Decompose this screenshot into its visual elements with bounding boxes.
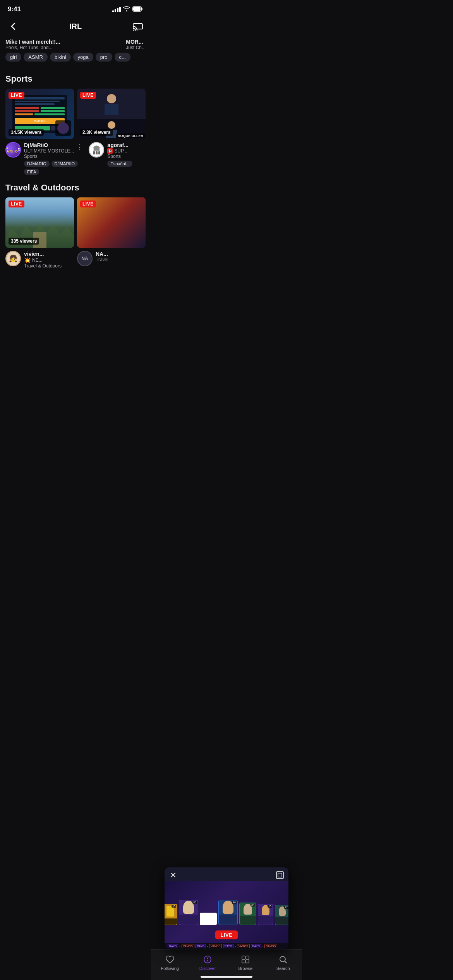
tag-c[interactable]: c... (115, 53, 130, 62)
channel-name-vivien-container: vivien... 💥 NE... Travel & Outdoors (24, 251, 62, 269)
agoraf-icon-row: ⚽ SÚP... (107, 148, 128, 154)
channel-text-djmariio: DjMaRiiO ULTIMATE MOSTOLE... Sports ⋮ DJ… (24, 142, 86, 175)
dj-avatar-inner: DJMARiiO (5, 143, 18, 157)
sports-live-badge-2: LIVE (80, 92, 96, 99)
channel-category-vivien: Travel & Outdoors (24, 263, 62, 269)
channel-item-djmariio: DJMARiiO DjMaRiiO ULTIMATE MOSTOLE... Sp… (5, 142, 86, 175)
page-title: IRL (69, 22, 82, 31)
tag-girl[interactable]: girl (5, 53, 21, 62)
channel-tags-djmariio: DJMARIO DJMARIIO FIFA (24, 161, 86, 175)
channel-tags-agoraf: Español... (107, 161, 151, 167)
channel-item-na: NA NA... Travel (77, 251, 146, 269)
sports-live-badge-1: LIVE (9, 92, 24, 99)
vivien-avatar-inner: 👧 (6, 252, 20, 266)
content-area: Mike I want merch!!... Pools, Hot Tubs, … (0, 37, 151, 307)
signal-icon (112, 7, 121, 12)
channel-text-na: NA... Travel (96, 251, 146, 262)
channel-name-na: NA... (96, 251, 146, 257)
avatar-agoraf (89, 142, 104, 158)
tag-bikini[interactable]: bikini (50, 53, 71, 62)
channel-text-vivien: vivien... 💥 NE... Travel & Outdoors (24, 251, 74, 269)
channel-game-agoraf: SÚP... (114, 148, 127, 154)
tag-espanol[interactable]: Español... (107, 161, 132, 167)
above-fold-stream-row: Mike I want merch!!... Pools, Hot Tubs, … (0, 39, 151, 50)
channel-game-djmariio: ULTIMATE MOSTOLE... (24, 148, 74, 154)
travel-viewers-1: 335 viewers (9, 238, 39, 245)
channel-name-djmariio: DjMaRiiO (24, 142, 74, 148)
svg-rect-2 (133, 7, 141, 11)
sports-section-title: Sports (0, 66, 151, 89)
sports-card-2[interactable]: ROQUE OLLER LIVE 2.3K viewers (77, 89, 146, 139)
above-fold-subtitle2: Just Ch... (126, 45, 146, 50)
above-fold-tags: girl ASMR bikini yoga pro c... (0, 50, 151, 62)
vivien-emoji: 👧 (9, 254, 17, 263)
svg-point-4 (133, 30, 134, 31)
channel-category-djmariio: Sports (24, 154, 74, 159)
vivien-emoji-inline: 💥 (24, 257, 31, 263)
sports-card-1[interactable]: PLATINO LIVE 14.5K viewers (5, 89, 74, 139)
travel-live-badge-2: LIVE (80, 200, 96, 207)
wifi-icon (123, 6, 130, 13)
svg-rect-1 (142, 8, 143, 10)
channel-text-agoraf: agoraf... ⚽ SÚP... Sports Español... (107, 142, 151, 167)
channel-game-vivien: NE... (32, 257, 43, 263)
channel-name-djmariio-container: DjMaRiiO ULTIMATE MOSTOLE... Sports (24, 142, 74, 159)
channel-category-agoraf: Sports (107, 154, 128, 159)
agora-icon (92, 146, 101, 154)
na-avatar-text: NA (81, 256, 88, 261)
tag-pro[interactable]: pro (96, 53, 112, 62)
dj-label: DJMARiiO (5, 146, 18, 153)
sports-viewers-2: 2.3K viewers (80, 129, 113, 136)
avatar-djmariio: DJMARiiO (5, 142, 21, 158)
above-fold-stream1: Mike I want merch!!... Pools, Hot Tubs, … (5, 39, 60, 50)
sports-person-1 (105, 93, 118, 115)
channel-name-agoraf: agoraf... (107, 142, 128, 148)
channel-category-na: Travel (96, 257, 146, 262)
sports-name-tag: ROQUE OLLER (116, 134, 145, 138)
sports-channel-row: DJMARiiO DjMaRiiO ULTIMATE MOSTOLE... Sp… (0, 142, 151, 175)
status-time: 9:41 (8, 5, 21, 13)
agoraf-icon-badge: ⚽ (107, 148, 113, 154)
avatar-vivien: 👧 (5, 251, 21, 266)
back-button[interactable] (6, 19, 20, 33)
status-bar: 9:41 (0, 0, 151, 15)
status-icons (112, 6, 143, 13)
above-fold-title1: Mike I want merch!!... (5, 39, 60, 45)
avatar-na: NA (77, 251, 93, 266)
cast-button[interactable] (131, 19, 145, 33)
travel-live-badge-1: LIVE (9, 200, 24, 207)
travel-card-2[interactable]: LIVE (77, 197, 146, 248)
above-fold-area: Mike I want merch!!... Pools, Hot Tubs, … (0, 37, 151, 66)
above-fold-title2: MOR... (126, 39, 146, 45)
tag-djmario[interactable]: DJMARIO (24, 161, 50, 167)
tag-djmariio[interactable]: DJMARIIO (51, 161, 78, 167)
travel-channel-row: 👧 vivien... 💥 NE... Travel & Outdoors (0, 251, 151, 269)
sports-stream-row: PLATINO LIVE 14.5K viewers (0, 89, 151, 139)
tag-asmr[interactable]: ASMR (24, 53, 48, 62)
top-nav: IRL (0, 15, 151, 37)
battery-icon (132, 6, 143, 13)
travel-section-title: Travel & Outdoors (0, 175, 151, 197)
above-fold-stream2: MOR... Just Ch... (126, 39, 146, 50)
channel-item-vivien: 👧 vivien... 💥 NE... Travel & Outdoors (5, 251, 74, 269)
channel-name-agoraf-container: agoraf... ⚽ SÚP... Sports (107, 142, 128, 159)
sports-viewers-1: 14.5K viewers (9, 129, 44, 136)
tag-fifa[interactable]: FIFA (24, 169, 39, 175)
more-button-djmariio[interactable]: ⋮ (74, 142, 86, 152)
agora-avatar-inner (89, 143, 103, 157)
tag-yoga[interactable]: yoga (73, 53, 93, 62)
channel-name-vivien: vivien... (24, 251, 62, 257)
travel-stream-row: LIVE 335 viewers LIVE (0, 197, 151, 248)
vivien-name-row: 💥 NE... (24, 257, 62, 263)
above-fold-subtitle1: Pools, Hot Tubs, and... (5, 45, 60, 50)
channel-item-agoraf: agoraf... ⚽ SÚP... Sports Español... (89, 142, 151, 175)
sports-streamer-avatar (55, 120, 71, 136)
travel-card-1[interactable]: LIVE 335 viewers (5, 197, 74, 248)
